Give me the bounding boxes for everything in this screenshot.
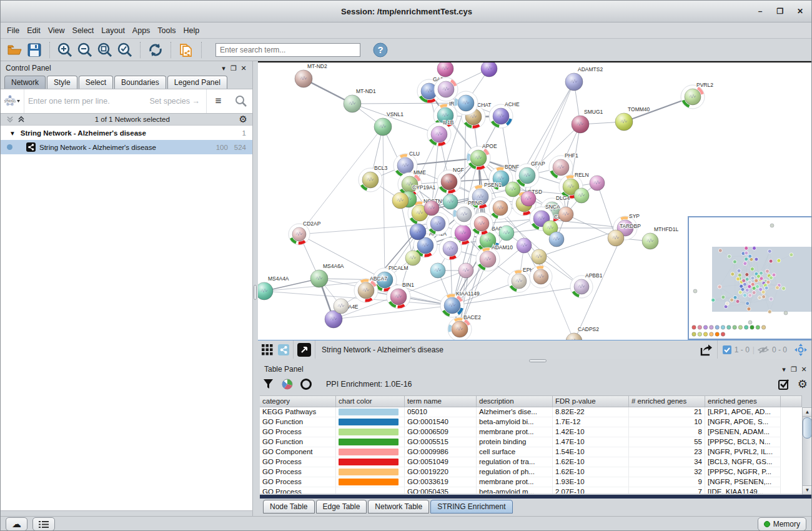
network-node-apbb1[interactable]: APBB1 (570, 272, 603, 298)
column-header-FDR-p-value[interactable]: FDR p-value (553, 395, 629, 407)
enrichment-chart-icon[interactable] (281, 378, 294, 390)
refresh-layout-button[interactable] (146, 41, 166, 59)
network-node-ngf[interactable]: NGF (437, 167, 464, 194)
network-node[interactable] (410, 224, 426, 240)
table-row[interactable]: GO ProcessGO:0051049regulation of tra...… (260, 457, 802, 467)
network-node[interactable] (590, 176, 605, 191)
table-row[interactable]: KEGG Pathways05010Alzheimer's dise...8.8… (260, 407, 802, 417)
horizontal-splitter[interactable] (258, 359, 812, 363)
network-node[interactable] (430, 263, 445, 278)
column-header-chart-color[interactable]: chart color (336, 395, 405, 407)
network-node-smug1[interactable]: SMUG1 (572, 109, 603, 133)
network-node[interactable] (521, 191, 536, 206)
grid-view-icon[interactable] (262, 344, 273, 355)
maximize-button[interactable]: ❐ (773, 6, 788, 17)
open-session-button[interactable] (4, 41, 24, 59)
select-rows-checkbox-icon[interactable] (778, 379, 790, 390)
selected-checkbox-icon[interactable] (723, 345, 731, 354)
close-button[interactable]: ✕ (793, 6, 808, 17)
column-header-description[interactable]: description (477, 395, 553, 407)
panel-close-icon[interactable]: ✕ (239, 64, 249, 72)
zoom-selected-button[interactable] (115, 41, 135, 59)
panel-menu-icon[interactable]: ▾ (779, 365, 789, 374)
set-species-label[interactable]: Set species → (149, 97, 206, 106)
network-node-bcl3[interactable]: BCL3 (359, 165, 388, 192)
hidden-eye-icon[interactable] (758, 345, 769, 354)
ring-chart-icon[interactable] (300, 378, 312, 390)
string-options-button[interactable]: ≡ (206, 89, 230, 113)
table-row[interactable]: GO ComponentGO:0009986cell surface1.54E-… (260, 447, 802, 457)
network-node[interactable] (434, 77, 458, 101)
panel-float-icon[interactable]: ❐ (229, 64, 239, 72)
menu-item-view[interactable]: View (48, 24, 71, 37)
birds-eye-view[interactable] (688, 216, 812, 340)
network-node[interactable] (439, 237, 462, 260)
panel-menu-icon[interactable]: ▾ (219, 64, 229, 72)
table-row[interactable]: GO ProcessGO:0006509membrane prot...1.42… (260, 427, 802, 437)
network-node[interactable] (437, 62, 453, 77)
network-node[interactable] (458, 263, 473, 278)
splitter-grip[interactable] (529, 359, 547, 362)
open-in-window-icon[interactable] (297, 343, 311, 357)
tree-collapse-icon[interactable]: ▾ (11, 129, 14, 137)
network-node[interactable] (427, 212, 449, 235)
table-settings-gear-icon[interactable]: ⚙ (798, 377, 808, 391)
tab-boundaries[interactable]: Boundaries (114, 76, 166, 89)
birds-eye-graph[interactable] (689, 217, 811, 339)
help-button[interactable]: ? (370, 41, 390, 59)
tab-node-table[interactable]: Node Table (263, 500, 315, 514)
network-node-mt-nd2[interactable]: MT-ND2 (295, 63, 327, 87)
minimize-button[interactable]: – (753, 6, 768, 17)
table-row[interactable]: GO ProcessGO:0033619membrane prot...1.93… (260, 477, 802, 487)
network-node-ache[interactable]: ACHE (489, 101, 520, 128)
tab-edge-table[interactable]: Edge Table (316, 500, 367, 514)
network-node-ms4a4a[interactable]: MS4A4A (258, 275, 289, 300)
menu-item-help[interactable]: Help (184, 24, 205, 37)
network-node[interactable] (517, 238, 532, 253)
table-row[interactable]: GO FunctionGO:0005515protein binding1.47… (260, 437, 802, 447)
vertical-splitter[interactable] (253, 61, 258, 516)
table-row[interactable]: GO ProcessGO:0050435beta-amyloid m...2.0… (260, 487, 802, 494)
network-edge[interactable] (383, 127, 385, 280)
network-node[interactable] (532, 249, 547, 264)
network-edge[interactable] (597, 183, 616, 238)
network-edge[interactable] (299, 234, 385, 280)
cloud-tasks-button[interactable]: ☁ (6, 517, 27, 531)
network-node-mt-nd1[interactable]: MT-ND1 (344, 88, 376, 112)
network-node-ms4a6a[interactable]: MS4A6A (310, 263, 344, 287)
export-network-icon[interactable] (700, 343, 713, 357)
table-vertical-scrollbar[interactable]: ▲ ▼ (802, 407, 812, 495)
network-node-cd2ap[interactable]: CD2AP (289, 221, 321, 245)
menu-item-layout[interactable]: Layout (101, 24, 131, 37)
scroll-down-icon[interactable]: ▼ (803, 485, 812, 494)
network-node-gfap[interactable]: GFAP (515, 161, 545, 187)
network-node[interactable] (481, 62, 497, 77)
column-header--enriched-genes[interactable]: # enriched genes (629, 395, 705, 407)
expand-all-icon[interactable] (17, 116, 26, 123)
menu-item-edit[interactable]: Edit (27, 24, 46, 37)
tab-select[interactable]: Select (79, 76, 113, 89)
zoom-fit-button[interactable] (95, 41, 115, 59)
network-node[interactable] (405, 251, 420, 266)
network-node[interactable] (392, 192, 408, 209)
network-node[interactable] (549, 232, 564, 247)
network-node-vsnl1[interactable]: VSNL1 (374, 111, 404, 136)
task-history-button[interactable] (32, 517, 55, 531)
table-row[interactable]: GO ProcessGO:0019220regulation of ph...1… (260, 467, 802, 477)
menu-item-file[interactable]: File (7, 24, 25, 37)
string-database-selector[interactable]: STRING (1, 89, 24, 113)
network-node[interactable] (499, 226, 514, 241)
network-node-mthfd1l[interactable]: MTHFD1L (642, 226, 678, 249)
splitter-grip[interactable] (254, 285, 257, 300)
menu-item-select[interactable]: Select (72, 24, 100, 37)
column-header-enriched-genes[interactable]: enriched genes (705, 395, 781, 407)
pan-navigation-icon[interactable] (794, 343, 808, 357)
zoom-in-button[interactable] (55, 41, 75, 59)
network-node[interactable] (558, 207, 573, 222)
panel-close-icon[interactable]: ✕ (799, 365, 809, 374)
menu-item-tools[interactable]: Tools (157, 24, 181, 37)
table-horizontal-scrollbar[interactable] (260, 495, 812, 499)
column-header-term-name[interactable]: term name (405, 395, 477, 407)
scrollbar-thumb[interactable] (803, 417, 812, 439)
tab-string-enrichment[interactable]: STRING Enrichment (430, 500, 512, 514)
